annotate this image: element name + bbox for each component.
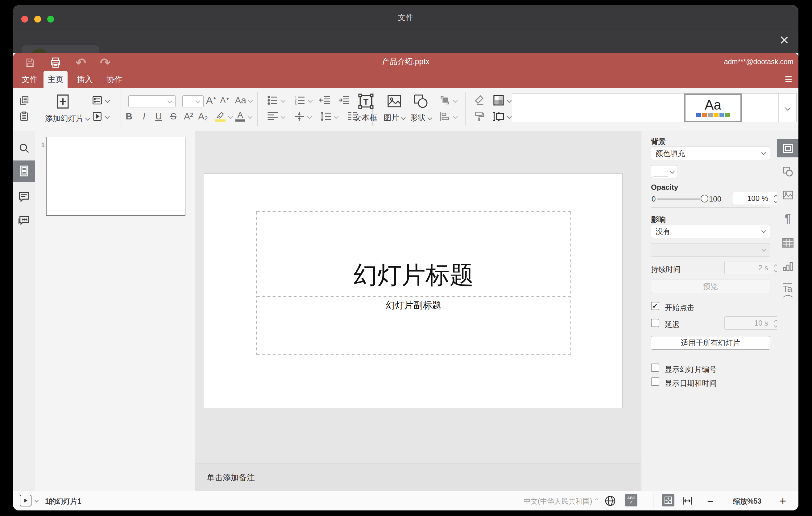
chart-settings-tab[interactable]: [782, 261, 794, 274]
language-selector[interactable]: 中文(中华人民共和国) ˆ: [524, 496, 598, 506]
highlight-color-button[interactable]: [211, 110, 236, 123]
fill-color-picker[interactable]: [651, 165, 677, 178]
zoom-in-button[interactable]: +: [780, 495, 786, 508]
slides-panel-selected[interactable]: [13, 161, 35, 182]
slide-layout-button[interactable]: [89, 93, 112, 107]
table-settings-icon: [782, 237, 794, 249]
numbering-button[interactable]: 1 2 3: [290, 93, 316, 107]
italic-button[interactable]: I: [138, 110, 150, 123]
apply-to-all-slides-button[interactable]: 适用于所有幻灯片: [651, 336, 770, 350]
shape-icon: [413, 93, 429, 109]
theme-tile[interactable]: [742, 93, 779, 122]
shape-settings-tab[interactable]: [782, 166, 794, 179]
effect-option-select[interactable]: [651, 243, 770, 257]
search-icon: [18, 142, 30, 154]
clear-style-button[interactable]: [470, 93, 489, 107]
underline-button[interactable]: U: [152, 110, 165, 123]
align-shape-button[interactable]: [434, 110, 462, 123]
slide-settings-panel: 背景 颜色填充 Opacity 0 100 100 % 影响 没有 持续时间 2…: [641, 131, 777, 491]
opacity-slider-track[interactable]: [657, 198, 701, 200]
delay-spinner[interactable]: 10 s: [724, 316, 782, 329]
show-date-time-checkbox[interactable]: [651, 377, 659, 386]
horizontal-align-button[interactable]: [263, 110, 289, 123]
add-slide-button[interactable]: [48, 92, 78, 111]
copy-button[interactable]: [17, 93, 31, 107]
tab-file[interactable]: 文件: [16, 71, 43, 88]
search-button[interactable]: [18, 142, 30, 155]
notes-area[interactable]: 单击添加备注: [195, 463, 641, 491]
decrease-indent-button[interactable]: [317, 93, 334, 107]
theme-tile-selected[interactable]: Aa: [684, 93, 742, 122]
app-window: 文件 × ↶ ↷ 产品介绍.pptx adm***@dootask.com 文件…: [13, 5, 799, 511]
background-fill-select[interactable]: 颜色填充: [651, 147, 770, 160]
slide-settings-tab-selected[interactable]: [777, 139, 799, 157]
tab-home[interactable]: 主页: [44, 71, 67, 88]
font-name-select[interactable]: [128, 95, 176, 107]
fit-width-button[interactable]: [682, 495, 693, 507]
arrange-shape-button[interactable]: [434, 93, 462, 107]
superscript-button[interactable]: A²: [182, 110, 195, 123]
change-case-button[interactable]: Aa: [233, 93, 254, 107]
bold-button[interactable]: B: [123, 110, 135, 123]
vertical-align-icon: [294, 111, 305, 122]
theme-aa-label: Aa: [705, 98, 721, 112]
start-slideshow-button[interactable]: [89, 110, 112, 123]
shape-button[interactable]: [408, 92, 434, 111]
table-settings-tab[interactable]: [782, 237, 794, 250]
opacity-slider-thumb[interactable]: [701, 195, 708, 202]
vertical-align-button[interactable]: [290, 110, 315, 123]
color-scheme-button[interactable]: [489, 93, 515, 107]
slide[interactable]: 幻灯片标题 幻灯片副标题: [204, 173, 622, 408]
theme-tile[interactable]: [512, 93, 570, 122]
decrement-font-button[interactable]: A▼: [219, 93, 231, 107]
theme-gallery-expand-button[interactable]: [778, 93, 797, 122]
duration-spinner[interactable]: 2 s: [724, 261, 782, 274]
document-language-button[interactable]: [604, 495, 616, 507]
start-on-click-checkbox[interactable]: ✓: [651, 302, 659, 310]
theme-tile[interactable]: [569, 93, 627, 122]
line-spacing-button[interactable]: [316, 110, 342, 123]
slide-thumbnail[interactable]: [46, 137, 185, 216]
close-icon[interactable]: ×: [775, 31, 793, 50]
theme-tile[interactable]: [627, 93, 685, 122]
chat-button[interactable]: [18, 214, 30, 227]
textart-settings-tab[interactable]: Ta: [783, 283, 793, 298]
delay-checkbox[interactable]: [651, 319, 659, 327]
tab-insert[interactable]: 插入: [71, 71, 99, 88]
effect-select[interactable]: 没有: [651, 225, 770, 238]
start-preview-button[interactable]: [20, 495, 31, 507]
slide-size-button[interactable]: [489, 110, 515, 123]
strikeout-button[interactable]: S: [167, 110, 179, 123]
image-settings-tab[interactable]: [782, 189, 794, 202]
subtitle-placeholder[interactable]: 幻灯片副标题: [256, 296, 571, 354]
shape-label-button[interactable]: 形状: [407, 111, 434, 124]
font-color-button[interactable]: A: [233, 110, 254, 123]
image-button[interactable]: [382, 92, 407, 111]
theme-palette: [696, 113, 730, 117]
textbox-button[interactable]: T: [351, 92, 380, 111]
increment-font-button[interactable]: A▲: [204, 93, 219, 107]
copy-style-button[interactable]: [470, 110, 489, 123]
font-size-select[interactable]: [182, 95, 204, 107]
show-slide-number-checkbox[interactable]: [651, 364, 659, 372]
play-icon: [20, 495, 31, 507]
paragraph-settings-tab[interactable]: ¶: [785, 212, 791, 225]
tab-collaboration[interactable]: 协作: [100, 71, 128, 88]
zoom-out-button[interactable]: −: [707, 495, 713, 507]
spellcheck-button[interactable]: ABC ✓: [625, 494, 637, 507]
title-placeholder[interactable]: 幻灯片标题: [256, 211, 571, 296]
preview-options-chevron[interactable]: [35, 499, 38, 502]
increase-indent-button[interactable]: [336, 93, 353, 107]
opacity-spinner[interactable]: 100 %: [732, 192, 782, 205]
image-label-button[interactable]: 图片: [381, 111, 408, 124]
menu-icon[interactable]: ≡: [785, 72, 792, 86]
fit-slide-button[interactable]: [662, 494, 674, 507]
textbox-label-button[interactable]: 文本框: [351, 111, 380, 124]
subscript-button[interactable]: A₂: [196, 110, 210, 123]
preview-button[interactable]: 预览: [651, 280, 770, 293]
language-caret-icon: ˆ: [595, 499, 598, 504]
comments-button[interactable]: [18, 191, 30, 204]
eraser-icon: [473, 94, 485, 106]
bullets-button[interactable]: [263, 93, 289, 107]
paste-button[interactable]: [17, 110, 31, 123]
